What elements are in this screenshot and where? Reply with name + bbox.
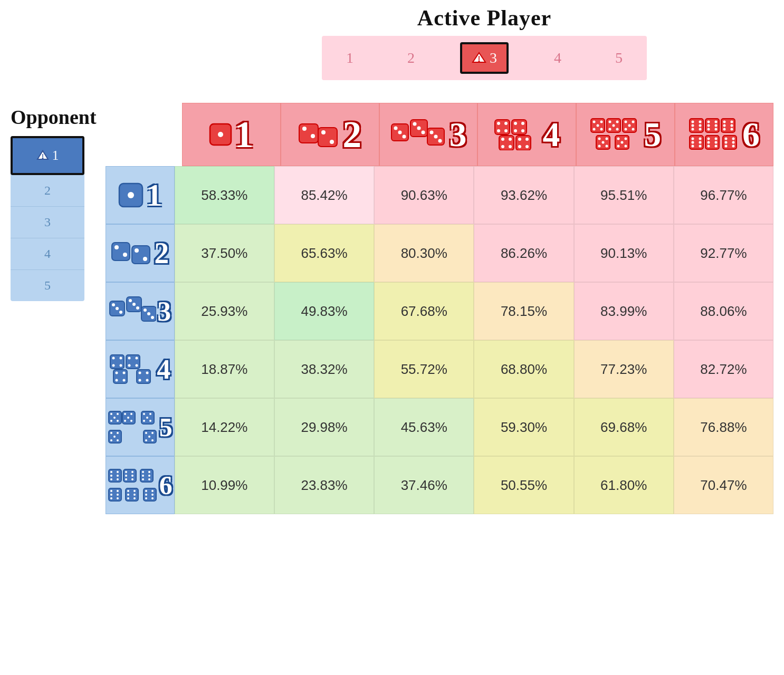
svg-point-196: [125, 471, 127, 473]
svg-point-204: [148, 471, 150, 473]
svg-point-162: [110, 420, 112, 422]
svg-point-193: [110, 478, 112, 480]
svg-point-179: [113, 436, 116, 438]
grid-row-4: 4 18.87% 38.32% 55.72% 68.80% 77.23% 82.…: [106, 340, 773, 398]
active-player-tab-5[interactable]: 5: [607, 45, 631, 71]
svg-point-96: [731, 128, 733, 130]
opponent-section: Opponent 1 2 3 4 5: [11, 105, 97, 301]
svg-point-122: [123, 253, 127, 257]
cell-5-1: 14.22%: [175, 398, 274, 456]
opponent-tab-1[interactable]: 1: [11, 136, 84, 175]
active-player-tab-4[interactable]: 4: [546, 45, 570, 71]
svg-point-114: [725, 141, 728, 143]
svg-point-220: [133, 494, 136, 496]
col-header-3-label: 3: [450, 114, 467, 155]
cell-1-1: 58.33%: [175, 166, 274, 224]
cell-3-4: 78.15%: [474, 282, 573, 340]
svg-point-155: [146, 372, 149, 374]
col-header-6-label: 6: [742, 114, 760, 155]
svg-point-157: [146, 379, 149, 382]
svg-point-145: [136, 357, 138, 360]
blue-die-row1: [118, 182, 144, 208]
cell-5-2: 29.98%: [274, 398, 374, 456]
svg-point-101: [699, 141, 702, 143]
row-label-3: 3: [157, 296, 171, 327]
svg-point-131: [129, 299, 132, 302]
svg-point-192: [117, 475, 119, 477]
cell-5-4: 59.30%: [474, 398, 573, 456]
col-header-2-label: 2: [342, 113, 361, 157]
svg-point-225: [151, 490, 154, 492]
svg-point-177: [110, 432, 112, 434]
svg-point-88: [707, 128, 710, 130]
grid-row-1: 1 58.33% 85.42% 90.63% 93.62% 95.51% 96.…: [106, 166, 773, 224]
opponent-tab-4[interactable]: 4: [11, 238, 84, 270]
red-die-2: [298, 121, 340, 148]
svg-point-23: [429, 131, 433, 134]
cell-1-2: 85.42%: [274, 166, 374, 224]
red-die-4: [494, 119, 541, 150]
svg-point-12: [321, 130, 326, 134]
svg-point-59: [625, 120, 627, 123]
active-player-tab-2[interactable]: 2: [399, 45, 423, 71]
svg-rect-138: [110, 355, 124, 369]
svg-point-173: [146, 417, 148, 419]
svg-point-10: [311, 134, 315, 138]
svg-rect-123: [132, 246, 150, 264]
svg-point-159: [110, 413, 112, 415]
svg-point-140: [120, 357, 122, 360]
active-player-tab-1[interactable]: 1: [338, 45, 362, 71]
row-header-6: 6: [106, 456, 175, 514]
opponent-tab-5[interactable]: 5: [11, 270, 84, 301]
svg-point-68: [598, 144, 601, 147]
svg-point-47: [593, 120, 596, 123]
svg-point-149: [116, 372, 118, 374]
red-die-1: [209, 123, 232, 146]
active-player-tab-3[interactable]: 3: [460, 42, 509, 74]
opponent-triangle-icon: [36, 149, 49, 162]
svg-point-132: [132, 303, 136, 306]
cell-1-5: 95.51%: [574, 166, 674, 224]
svg-point-5: [42, 158, 43, 159]
svg-point-151: [116, 379, 118, 382]
svg-point-60: [632, 120, 635, 123]
svg-point-43: [525, 138, 529, 141]
svg-point-74: [617, 144, 620, 147]
svg-point-56: [609, 128, 611, 130]
opponent-tab-2[interactable]: 2: [11, 175, 84, 207]
blue-die-row6: [108, 468, 158, 502]
svg-point-55: [613, 124, 615, 127]
cell-3-2: 49.83%: [274, 282, 374, 340]
svg-point-117: [732, 144, 735, 147]
svg-point-189: [110, 471, 112, 473]
svg-point-121: [114, 245, 119, 249]
svg-point-129: [119, 311, 122, 314]
svg-point-135: [144, 308, 147, 312]
opponent-tab-3[interactable]: 3: [11, 207, 84, 238]
svg-point-38: [509, 138, 512, 141]
svg-point-32: [514, 122, 517, 125]
svg-point-147: [136, 364, 138, 367]
svg-point-206: [148, 475, 150, 477]
svg-point-102: [692, 144, 694, 147]
svg-point-93: [723, 124, 726, 127]
row-header-1: 1: [106, 166, 175, 224]
svg-point-144: [128, 357, 131, 360]
svg-point-35: [521, 129, 524, 132]
svg-point-44: [518, 145, 521, 148]
svg-point-210: [110, 490, 112, 492]
svg-point-57: [616, 128, 619, 130]
svg-point-30: [504, 129, 508, 132]
cell-4-4: 68.80%: [474, 340, 573, 398]
grid-row-5: 5 14.22% 29.98% 45.63% 59.30% 69.68% 76.…: [106, 398, 773, 456]
svg-point-54: [616, 120, 619, 123]
col-header-5: 5: [576, 103, 675, 166]
svg-rect-11: [318, 128, 337, 147]
svg-point-137: [151, 316, 154, 319]
cell-6-4: 50.55%: [474, 456, 573, 514]
cell-4-2: 38.32%: [274, 340, 374, 398]
svg-point-113: [732, 137, 735, 140]
svg-point-166: [130, 413, 132, 415]
grid-row-2: 2 37.50% 65.63% 80.30% 86.26% 90.13% 92.…: [106, 224, 773, 282]
svg-point-211: [117, 490, 119, 492]
